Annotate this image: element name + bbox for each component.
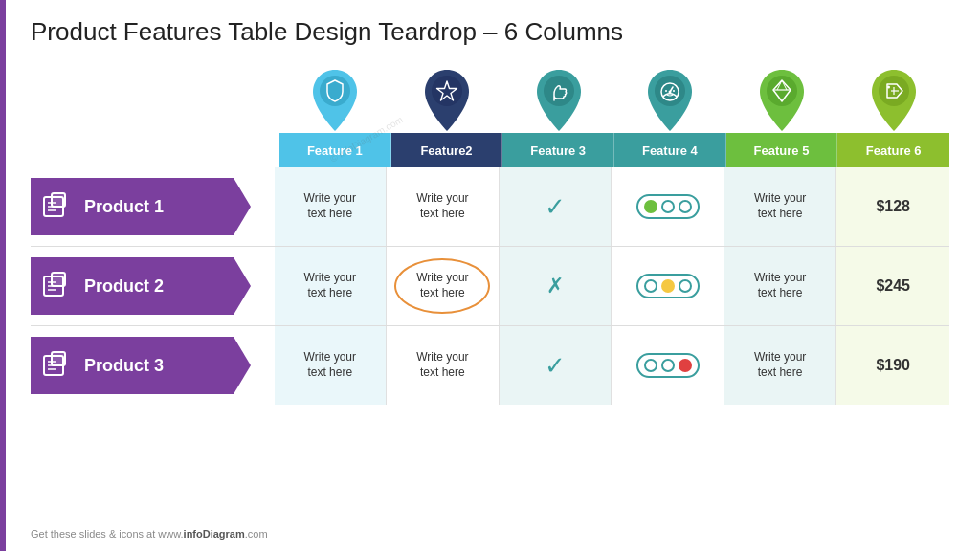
- product-label-1: Product 1: [31, 178, 275, 235]
- cell-text: Write yourtext here: [754, 191, 806, 221]
- cell-1-1: Write yourtext here: [275, 167, 388, 246]
- accent-bar: [0, 0, 6, 551]
- cell-3-2: Write yourtext here: [387, 326, 500, 405]
- cell-1-6: $128: [836, 167, 949, 246]
- pin-1: [279, 68, 391, 133]
- price-1: $128: [876, 198, 910, 215]
- table-row: Product 3 Write yourtext here Write your…: [31, 326, 949, 405]
- cell-text: Write yourtext here: [754, 350, 806, 380]
- cell-2-2: Write yourtext here: [387, 247, 500, 325]
- product-label-3: Product 3: [31, 337, 275, 394]
- dot-empty: [661, 200, 675, 213]
- product-icon-3: [40, 348, 75, 383]
- pin-5: [726, 68, 838, 133]
- price-3: $190: [876, 357, 910, 374]
- product-name-1: Product 1: [84, 197, 164, 217]
- traffic-lights-1: [636, 194, 700, 219]
- product-icon-2: [40, 269, 75, 303]
- svg-point-3: [544, 76, 574, 106]
- cell-2-1: Write yourtext here: [275, 247, 388, 325]
- traffic-lights-3: [636, 353, 700, 378]
- header-feature1: Feature 1: [279, 133, 391, 167]
- cell-text: Write yourtext here: [304, 191, 356, 221]
- svg-point-1: [432, 76, 462, 106]
- header-feature3: Feature 3: [502, 133, 614, 167]
- cell-2-4: [612, 247, 724, 325]
- cell-3-3: ✓: [500, 326, 612, 405]
- dot-empty: [644, 279, 657, 293]
- cell-1-4: [612, 167, 724, 246]
- cell-1-2: Write yourtext here: [387, 167, 500, 246]
- cell-1-5: Write yourtext here: [724, 167, 837, 246]
- header-feature4: Feature 4: [614, 133, 726, 167]
- cell-text: Write yourtext here: [304, 271, 356, 300]
- svg-point-8: [665, 90, 667, 92]
- dot-green: [644, 200, 657, 213]
- teardrop-6: [868, 68, 920, 133]
- header-row: Feature 1 Feature2 Feature 3 Feature 4 F…: [279, 133, 949, 167]
- traffic-lights-2: [636, 274, 700, 298]
- teardrop-1: [309, 68, 361, 133]
- cell-3-4: [612, 326, 724, 405]
- check-icon: ✓: [545, 351, 566, 381]
- cell-text: Write yourtext here: [416, 191, 468, 221]
- product-label-2: Product 2: [31, 257, 275, 315]
- x-icon: ✗: [546, 274, 564, 298]
- dot-red: [679, 359, 692, 372]
- svg-rect-25: [52, 273, 65, 286]
- cell-2-5: Write yourtext here: [724, 247, 837, 325]
- teardrop-2: [421, 68, 473, 133]
- teardrop-4: [644, 68, 696, 133]
- product-arrow-2: Product 2: [31, 257, 251, 315]
- table-row: Product 2 Write yourtext here Write your…: [31, 247, 949, 326]
- page: Product Features Table Design Teardrop –…: [0, 0, 980, 551]
- svg-point-7: [669, 91, 672, 94]
- dot-empty: [661, 359, 675, 372]
- footer: Get these slides & icons at www.infoDiag…: [31, 524, 949, 540]
- pin-3: [502, 68, 614, 133]
- pin-4: [614, 68, 726, 133]
- header-feature6: Feature 6: [837, 133, 949, 167]
- teardrop-3: [533, 68, 585, 133]
- cell-3-5: Write yourtext here: [724, 326, 837, 405]
- cell-3-1: Write yourtext here: [275, 326, 388, 405]
- product-arrow-1: Product 1: [31, 178, 251, 235]
- cell-1-3: ✓: [500, 167, 612, 246]
- page-title: Product Features Table Design Teardrop –…: [31, 17, 949, 47]
- header-feature2: Feature2: [391, 133, 503, 167]
- cell-text: Write yourtext here: [416, 350, 468, 380]
- svg-point-16: [887, 86, 890, 89]
- cell-text: Write yourtext here: [304, 350, 356, 380]
- dot-empty: [679, 200, 692, 213]
- pins-row: [279, 56, 949, 133]
- check-icon: ✓: [545, 192, 566, 222]
- cell-text: Write yourtext here: [416, 271, 468, 300]
- dot-yellow: [661, 279, 675, 293]
- product-name-2: Product 2: [84, 276, 164, 297]
- product-arrow-3: Product 3: [31, 337, 251, 394]
- pin-2: [391, 68, 503, 133]
- svg-rect-20: [52, 193, 65, 207]
- product-name-3: Product 3: [84, 356, 164, 376]
- dot-empty: [679, 279, 692, 293]
- cell-2-3: ✗: [500, 247, 612, 325]
- product-icon-1: [40, 189, 75, 224]
- price-2: $245: [876, 277, 910, 295]
- header-feature5: Feature 5: [726, 133, 838, 167]
- dot-empty: [644, 359, 657, 372]
- table-area: Feature 1 Feature2 Feature 3 Feature 4 F…: [31, 56, 949, 524]
- svg-rect-30: [52, 352, 65, 365]
- pin-6: [837, 68, 949, 133]
- cell-text: Write yourtext here: [754, 271, 806, 300]
- cell-3-6: $190: [836, 326, 949, 405]
- svg-point-9: [673, 90, 675, 92]
- table-row: Product 1 Write yourtext here Write your…: [31, 167, 949, 247]
- cell-2-6: $245: [836, 247, 949, 325]
- teardrop-5: [756, 68, 808, 133]
- data-rows: Product 1 Write yourtext here Write your…: [31, 167, 949, 524]
